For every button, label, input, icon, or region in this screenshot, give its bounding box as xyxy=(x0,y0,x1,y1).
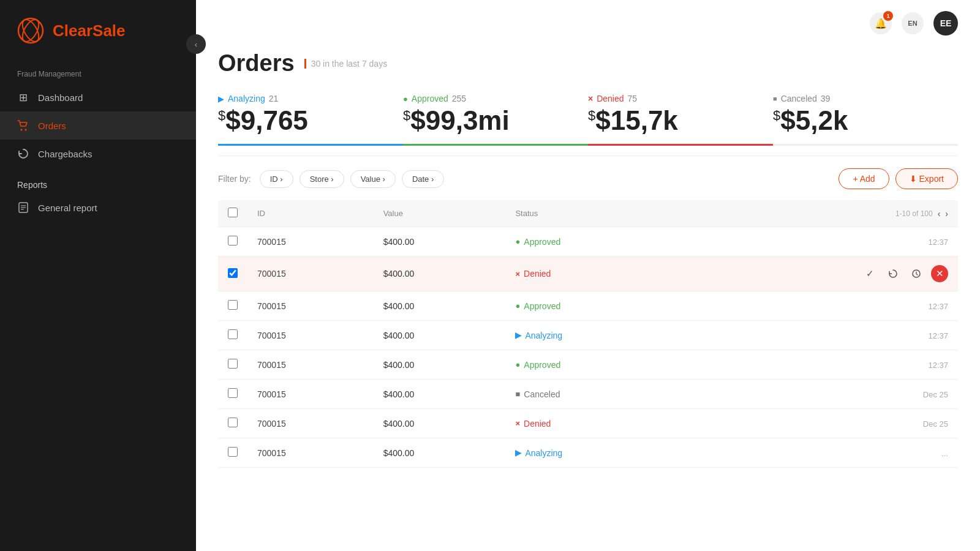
filter-bar: Filter by: ID › Store › Value › Date › +… xyxy=(218,168,958,189)
topbar: 🔔 1 EN EE xyxy=(196,0,980,36)
row-value: $400.00 xyxy=(374,291,506,321)
row-time: Dec 25 xyxy=(923,390,948,399)
row-status: ▶ Analyzing xyxy=(505,321,679,350)
add-button[interactable]: + Add xyxy=(839,168,889,189)
row-id: 700015 xyxy=(247,321,374,350)
status-badge: × Denied xyxy=(515,419,669,429)
user-avatar[interactable]: EE xyxy=(933,11,958,36)
row-action-clock-button[interactable] xyxy=(908,265,925,282)
row-checkbox[interactable] xyxy=(228,418,238,427)
row-time-or-actions: 12:37 xyxy=(679,350,958,380)
status-label: Denied xyxy=(524,269,551,279)
chargebacks-icon xyxy=(17,148,29,160)
pagination-next-button[interactable]: › xyxy=(945,209,948,219)
th-status: Status xyxy=(505,200,679,227)
row-time-or-actions: ... xyxy=(679,438,958,468)
row-status: ● Approved xyxy=(505,350,679,380)
sidebar-item-chargebacks[interactable]: Chargebacks xyxy=(0,140,196,168)
status-marker: ■ xyxy=(515,389,520,399)
row-action-refresh-button[interactable] xyxy=(884,265,902,282)
row-checkbox-cell xyxy=(218,438,247,468)
row-checkbox[interactable] xyxy=(228,359,238,369)
row-checkbox-cell xyxy=(218,321,247,350)
row-status: ■ Canceled xyxy=(505,380,679,409)
row-checkbox-cell xyxy=(218,409,247,438)
orders-table: ID Value Status 1-10 of 100 ‹ › xyxy=(218,200,958,468)
orders-table-body: 700015$400.00 ● Approved 12:37700015$400… xyxy=(218,227,958,468)
table-row: 700015$400.00 ■ Canceled Dec 25 xyxy=(218,380,958,409)
status-marker: × xyxy=(515,419,520,428)
table-row: 700015$400.00 ● Approved 12:37 xyxy=(218,227,958,257)
row-value: $400.00 xyxy=(374,257,506,291)
row-action-close-button[interactable]: ✕ xyxy=(931,265,948,282)
notification-bell-button[interactable]: 🔔 1 xyxy=(870,12,892,34)
status-marker: ▶ xyxy=(515,448,521,457)
select-all-checkbox[interactable] xyxy=(228,208,238,217)
analyzing-label: Analyzing xyxy=(228,94,265,103)
row-id: 700015 xyxy=(247,257,374,291)
status-badge: ■ Canceled xyxy=(515,389,669,399)
table-row: 700015$400.00 × Denied ✓ ✕ xyxy=(218,257,958,291)
row-time: 12:37 xyxy=(928,238,948,247)
row-checkbox[interactable] xyxy=(228,300,238,310)
status-badge: ● Approved xyxy=(515,360,669,370)
row-id: 700015 xyxy=(247,438,374,468)
row-time-or-actions: Dec 25 xyxy=(679,380,958,409)
status-marker: ● xyxy=(515,360,520,369)
filter-date-button[interactable]: Date › xyxy=(402,170,444,188)
row-checkbox[interactable] xyxy=(228,268,238,278)
row-status: × Denied xyxy=(505,409,679,438)
stat-canceled: ■ Canceled 39 $$5,2k xyxy=(773,94,958,146)
sidebar-item-dashboard[interactable]: ⊞ Dashboard xyxy=(0,83,196,111)
row-checkbox-cell xyxy=(218,350,247,380)
status-badge: ● Approved xyxy=(515,237,669,247)
row-time: ... xyxy=(941,449,948,458)
denied-value: $$15,7k xyxy=(588,107,753,134)
clearsale-logo-icon xyxy=(17,17,44,44)
dashboard-icon: ⊞ xyxy=(17,91,29,103)
denied-marker: × xyxy=(588,94,593,103)
th-checkbox xyxy=(218,200,247,227)
status-label: Approved xyxy=(524,301,560,311)
stats-divider xyxy=(218,156,958,156)
filter-value-button[interactable]: Value › xyxy=(350,170,396,188)
status-label: Approved xyxy=(524,237,560,247)
sidebar-toggle-button[interactable]: ‹ xyxy=(186,34,206,54)
status-badge: ▶ Analyzing xyxy=(515,448,669,458)
filter-id-button[interactable]: ID › xyxy=(260,170,293,188)
row-checkbox[interactable] xyxy=(228,447,238,457)
table-row: 700015$400.00 × Denied Dec 25 xyxy=(218,409,958,438)
row-checkbox[interactable] xyxy=(228,388,238,398)
table-row: 700015$400.00 ▶ Analyzing ... xyxy=(218,438,958,468)
denied-count: 75 xyxy=(628,94,638,103)
sidebar-item-general-report[interactable]: General report xyxy=(0,193,196,222)
orders-icon xyxy=(17,119,29,132)
export-button[interactable]: ⬇ Export xyxy=(895,168,958,189)
row-checkbox[interactable] xyxy=(228,329,238,339)
approved-label: Approved xyxy=(412,94,448,103)
row-id: 700015 xyxy=(247,291,374,321)
stat-denied: × Denied 75 $$15,7k xyxy=(588,94,773,146)
denied-label: Denied xyxy=(597,94,624,103)
th-id: ID xyxy=(247,200,374,227)
row-checkbox-cell xyxy=(218,227,247,257)
sidebar-item-orders[interactable]: Orders xyxy=(0,111,196,140)
status-label: Denied xyxy=(524,419,551,429)
language-selector[interactable]: EN xyxy=(902,12,924,34)
status-badge: ● Approved xyxy=(515,301,669,311)
sidebar-item-label: Chargebacks xyxy=(38,149,92,159)
pagination-prev-button[interactable]: ‹ xyxy=(938,209,941,219)
row-value: $400.00 xyxy=(374,380,506,409)
row-checkbox[interactable] xyxy=(228,236,238,246)
row-action-approve-button[interactable]: ✓ xyxy=(861,265,878,282)
canceled-count: 39 xyxy=(821,94,831,103)
main-content: 🔔 1 EN EE Orders 30 in the last 7 days ▶… xyxy=(196,0,980,551)
sidebar-item-label: Orders xyxy=(38,121,66,131)
table-row: 700015$400.00 ▶ Analyzing 12:37 xyxy=(218,321,958,350)
svg-point-3 xyxy=(21,129,23,131)
page-title: Orders xyxy=(218,50,295,77)
sidebar-logo: ClearSale xyxy=(0,0,196,59)
pagination-info-text: 1-10 of 100 xyxy=(895,209,933,218)
filter-store-button[interactable]: Store › xyxy=(300,170,344,188)
canceled-label: Canceled xyxy=(781,94,817,103)
